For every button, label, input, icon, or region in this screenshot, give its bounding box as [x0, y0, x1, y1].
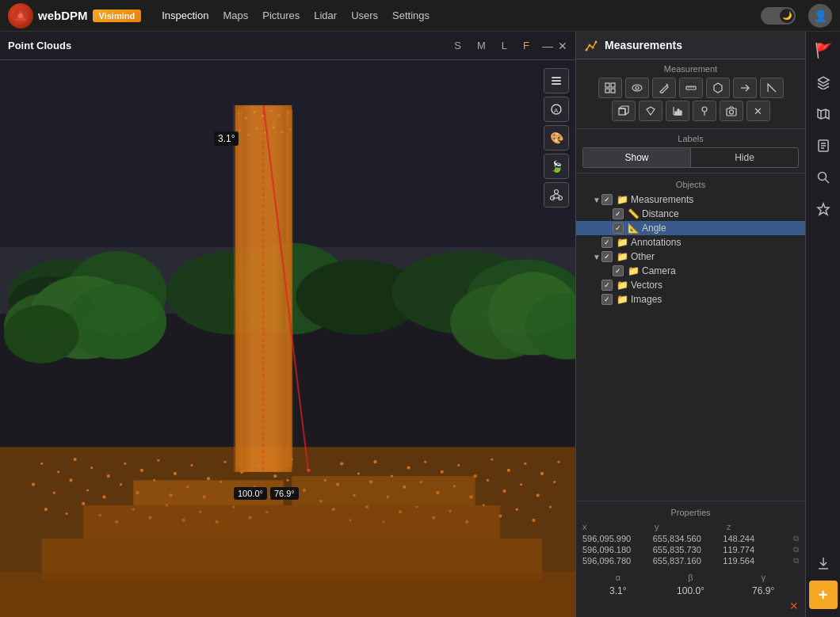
filter-button[interactable]: 🍃 — [544, 154, 569, 179]
user-avatar[interactable]: 👤 — [808, 4, 832, 28]
nav-lidar[interactable]: Lidar — [314, 10, 337, 21]
nav-pictures[interactable]: Pictures — [262, 10, 300, 21]
svg-point-29 — [273, 474, 277, 478]
measurement-tools-section: Measurement — [576, 59, 805, 129]
folder-vectors-icon: 📁 — [616, 280, 628, 291]
checkbox-measurements[interactable]: ✓ — [601, 194, 613, 205]
effects-button[interactable] — [809, 195, 838, 223]
close-button[interactable]: ✕ — [558, 40, 567, 52]
svg-rect-156 — [605, 89, 609, 93]
tree-item-images[interactable]: ✓ 📁 Images — [576, 292, 805, 307]
svg-point-48 — [53, 492, 55, 494]
label-images: Images — [631, 294, 662, 305]
viewport-toolbar: A 🎨 🍃 — [544, 68, 569, 208]
color-button[interactable]: 🎨 — [544, 125, 569, 150]
top-nav: webDPM Visimind Inspection Maps Pictures… — [0, 0, 840, 32]
theme-toggle[interactable]: 🌙 — [761, 7, 796, 25]
size-f[interactable]: F — [520, 40, 533, 51]
svg-rect-140 — [552, 80, 561, 82]
checkbox-angle[interactable]: ✓ — [613, 223, 624, 234]
bottom-label-angle: 76.9° — [270, 487, 299, 500]
svg-point-179 — [729, 110, 733, 114]
tree-item-other[interactable]: ▼ ✓ 📁 Other — [576, 249, 805, 264]
beta-header: β — [655, 573, 727, 582]
show-labels-button[interactable]: Show — [583, 148, 690, 167]
copy-row2-button[interactable]: ⧉ — [793, 545, 799, 554]
add-button[interactable]: + — [809, 581, 838, 609]
svg-point-75 — [502, 489, 506, 493]
svg-point-74 — [487, 479, 489, 482]
hide-labels-button[interactable]: Hide — [691, 148, 798, 167]
tree-item-vectors[interactable]: ✓ 📁 Vectors — [576, 278, 805, 292]
folder-annotations-icon: 📁 — [616, 237, 628, 248]
tool-pin[interactable] — [693, 101, 716, 121]
layers-button[interactable] — [544, 68, 569, 93]
size-l[interactable]: L — [498, 40, 510, 51]
checkbox-vectors[interactable]: ✓ — [601, 280, 613, 291]
tool-ruler[interactable] — [679, 78, 703, 98]
viewport[interactable]: Point Clouds S M L F — ✕ — [0, 32, 575, 617]
svg-point-37 — [407, 466, 410, 469]
tool-clear[interactable]: ✕ — [746, 101, 770, 121]
checkbox-other[interactable]: ✓ — [601, 251, 613, 262]
tool-cube[interactable] — [612, 101, 636, 121]
tool-row-1 — [582, 78, 799, 98]
svg-point-133 — [4, 305, 79, 364]
beta-value: 100.0° — [655, 585, 727, 596]
tool-arrow-right[interactable] — [733, 78, 757, 98]
tool-pencil[interactable] — [652, 78, 676, 98]
z-header: z — [727, 522, 797, 531]
properties-close-button[interactable]: ✕ — [582, 598, 799, 614]
copy-row1-button[interactable]: ⧉ — [793, 534, 799, 543]
map-button[interactable] — [809, 100, 838, 128]
nav-settings[interactable]: Settings — [392, 10, 430, 21]
flag-button[interactable]: 🚩 — [809, 36, 838, 65]
folder-images-icon: 📁 — [616, 294, 628, 305]
checkbox-annotations[interactable]: ✓ — [601, 237, 613, 248]
visimind-badge[interactable]: Visimind — [93, 10, 142, 22]
tool-plane[interactable] — [639, 101, 662, 121]
size-s[interactable]: S — [451, 40, 464, 51]
checkbox-camera[interactable]: ✓ — [613, 265, 624, 276]
tool-polygon[interactable] — [598, 78, 622, 98]
tool-corner[interactable] — [760, 78, 784, 98]
nav-maps[interactable]: Maps — [223, 10, 248, 21]
model-button[interactable] — [544, 182, 569, 208]
svg-point-187 — [818, 173, 826, 181]
nav-users[interactable]: Users — [351, 10, 378, 21]
svg-point-81 — [82, 502, 85, 505]
svg-point-150 — [586, 49, 588, 51]
tree-item-angle[interactable]: ✓ 📐 Angle — [576, 221, 805, 235]
tool-hexagon[interactable] — [706, 78, 730, 98]
layers-icon-button[interactable] — [809, 68, 838, 97]
tool-chart[interactable] — [666, 101, 689, 121]
objects-tree-section: Objects ▼ ✓ 📁 Measurements ✓ 📏 Distance — [576, 173, 805, 501]
coord-row-2: 596,096.180 655,835.730 119.774 ⧉ — [582, 544, 799, 555]
svg-point-17 — [74, 458, 77, 461]
annotation-button[interactable]: A — [544, 97, 569, 122]
add-icon: + — [819, 586, 828, 604]
download-button[interactable] — [809, 549, 838, 577]
document-button[interactable] — [809, 131, 838, 160]
tool-camera[interactable] — [720, 101, 743, 121]
copy-row3-button[interactable]: ⧉ — [793, 556, 799, 566]
tree-item-distance[interactable]: ✓ 📏 Distance — [576, 207, 805, 221]
minimize-button[interactable]: — — [542, 40, 553, 52]
nav-inspection[interactable]: Inspection — [162, 10, 208, 21]
checkbox-images[interactable]: ✓ — [601, 294, 613, 305]
svg-rect-178 — [727, 109, 736, 116]
svg-rect-155 — [611, 83, 615, 87]
svg-point-80 — [66, 512, 68, 515]
tool-view[interactable] — [625, 78, 649, 98]
size-m[interactable]: M — [474, 40, 489, 51]
tree-item-measurements[interactable]: ▼ ✓ 📁 Measurements — [576, 192, 805, 207]
y1-value: 655,834.560 — [653, 534, 722, 543]
tree-item-annotations[interactable]: ✓ 📁 Annotations — [576, 235, 805, 249]
svg-point-38 — [424, 461, 426, 463]
svg-point-152 — [592, 47, 594, 49]
logo-text: webDPM — [38, 9, 88, 22]
z1-value: 148.244 — [723, 534, 792, 543]
search-button[interactable] — [809, 163, 838, 192]
tree-item-camera[interactable]: ✓ 📁 Camera — [576, 264, 805, 278]
checkbox-distance[interactable]: ✓ — [613, 208, 624, 219]
